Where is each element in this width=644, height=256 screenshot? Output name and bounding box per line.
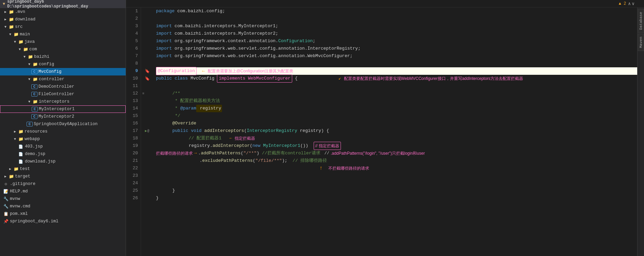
code-line-23 [156,180,637,187]
code-line-12: /** [156,90,637,97]
tree-item-iml[interactable]: 📌 springboot_day6.iml [0,218,126,225]
code-line-26 [156,202,637,209]
java-icon: C [31,69,37,74]
line-num: 13 [126,97,138,105]
implements-badge: implements WebMvcConfigurer [217,74,292,83]
callout-bottom-line21: ↑ 不拦截哪些路径的请求 [156,165,637,172]
tree-item-gitignore[interactable]: ⚙ .gitignore [0,180,126,188]
callout-line10: 配置类要配置拦截器时需要实现WebMVCConfigurer接口，并重写addI… [344,75,523,82]
tree-item-MyInterceptor1[interactable]: C MyInterceptor1 [0,105,126,113]
tree-item-test[interactable]: ▶ 📁 test [0,165,126,173]
run-icon[interactable]: ▶ [145,129,147,133]
folder-icon: 📁 [13,32,19,37]
tab-database[interactable]: Database [638,9,644,33]
code-line-15: */ [156,112,637,120]
line-num: 24 [126,180,138,187]
nav-down-icon[interactable]: ∨ [632,1,634,6]
line-num: 6 [126,45,138,52]
folder-icon: 📁 [18,129,24,134]
line-num: 5 [126,37,138,45]
right-panel-tabs[interactable]: Database Maven [637,7,644,256]
tree-item-config[interactable]: ▼ 📁 config [0,61,126,68]
project-header: ▼ springboot_day6 D:\springbootcodes\spr… [0,0,126,8]
tree-item-src[interactable]: ▼ 📁 src [0,23,126,31]
tree-label: pom.xml [10,211,28,216]
tree-item-webapp[interactable]: ▼ 📁 webapp [0,135,126,143]
line-num: 22 [126,165,138,172]
tree-item-download[interactable]: ▶ 📁 download [0,16,126,23]
tree-item-demojsp[interactable]: 📄 demo.jsp [0,150,126,158]
line-num: 19 [126,142,138,150]
java-icon: C [31,114,37,119]
tree-label: download.jsp [25,159,56,164]
tree-item-SpringbootDay6Application[interactable]: C SpringbootDay6Application [0,120,126,128]
tree-label: FileController [38,92,74,97]
folder-icon: 📁 [8,174,14,179]
tree-label: controller [39,77,64,82]
expand-arrow: ▶ [3,10,8,14]
expand-arrow: ▼ [27,63,32,66]
line-numbers: 1 2 3 4 5 6 7 8 9 10 11 12 13 14 15 16 1… [126,7,141,256]
bookmark-icon2[interactable]: 🔖 [145,76,150,81]
tree-item-403jsp[interactable]: 📄 403.jsp [0,143,126,150]
tree-item-controller[interactable]: ▼ 📁 controller [0,75,126,83]
tree-item-target[interactable]: ▶ 📁 target [0,173,126,180]
tree-item-com[interactable]: ▼ 📁 com [0,46,126,53]
tree-label: .gitignore [10,182,35,186]
tree-label: DemoController [38,84,74,89]
tree-item-MyInterceptor2[interactable]: C MyInterceptor2 [0,113,126,120]
tree-item-mvn[interactable]: ▶ 📁 .mvn [0,8,126,16]
tree-item-resources[interactable]: ▶ 📁 resources [0,128,126,135]
tree-item-MvcConfig[interactable]: C MvcConfig [0,68,126,75]
tree-item-baizhi[interactable]: ▼ 📁 baizhi [0,53,126,61]
tree-item-FileController[interactable]: C FileController [0,90,126,98]
tree-item-HELP[interactable]: 📝 HELP.md [0,188,126,195]
nav-up-icon[interactable]: ∧ [628,1,631,6]
jsp-icon: 📄 [18,144,24,149]
tree-item-interceptors[interactable]: ▼ 📁 interceptors [0,98,126,105]
file-tree-sidebar[interactable]: ▼ springboot_day6 D:\springbootcodes\spr… [0,0,126,256]
tree-item-java[interactable]: ▼ 📁 java [0,38,126,46]
tree-label: mvnw [10,197,20,201]
expand-arrow: ▼ [12,137,18,141]
line-num: 3 [126,22,138,30]
tree-item-downloadjsp[interactable]: 📄 download.jsp [0,158,126,165]
line-num: 12 [126,90,138,97]
tree-label: interceptors [39,99,69,104]
gutter-area: 🔖 🔖 ≡ ▶ @ [141,7,153,256]
line-num: 16 [126,120,138,127]
tab-maven[interactable]: Maven [638,34,644,51]
code-line-7: import org.springframework.web.servlet.c… [156,52,637,60]
line-num: 9 [126,67,138,75]
tree-item-main[interactable]: ▼ 📁 main [0,31,126,38]
code-editor[interactable]: package com.baizhi.config; import com.ba… [153,7,637,256]
code-line-5: import org.springframework.context.annot… [156,37,637,45]
tree-item-pomxml[interactable]: 📋 pom.xml [0,210,126,218]
tree-label: com [29,47,37,52]
annotate-icon[interactable]: @ [147,129,150,133]
code-line-13: * 配置拦截器相关方法 [156,97,637,105]
folder-icon: 📁 [13,167,19,172]
line-num: 4 [126,30,138,37]
line-num: 1 [126,7,138,15]
fold-icon[interactable]: ≡ [142,92,144,96]
tree-label: test [20,167,30,171]
tree-item-mvnw[interactable]: 🔧 mvnw [0,195,126,203]
callout-line20-right: .addPathPatterns("/login", "/user")只拦截lo… [331,150,425,157]
code-line-8 [156,60,637,67]
gitignore-icon: ⚙ [3,182,9,187]
folder-icon: 📁 [32,62,38,67]
tree-label: baizhi [34,54,49,59]
tree-item-mvnwcmd[interactable]: 🔧 mvnw.cmd [0,203,126,210]
tree-label: SpringbootDay6Application [34,122,98,126]
expand-arrow: ▼ [22,55,27,59]
tree-label: MvcConfig [38,69,62,74]
tree-label: src [15,24,23,29]
tree-item-DemoController[interactable]: C DemoController [0,83,126,90]
bookmark-icon[interactable]: 🔖 [145,69,150,74]
folder-icon: 📁 [32,77,38,82]
folder-icon: 📁 [22,47,29,52]
project-title: springboot_day6 D:\springbootcodes\sprin… [7,0,123,9]
line-num: 2 [126,15,138,22]
annotation-configuration: @Configuration [156,67,197,75]
